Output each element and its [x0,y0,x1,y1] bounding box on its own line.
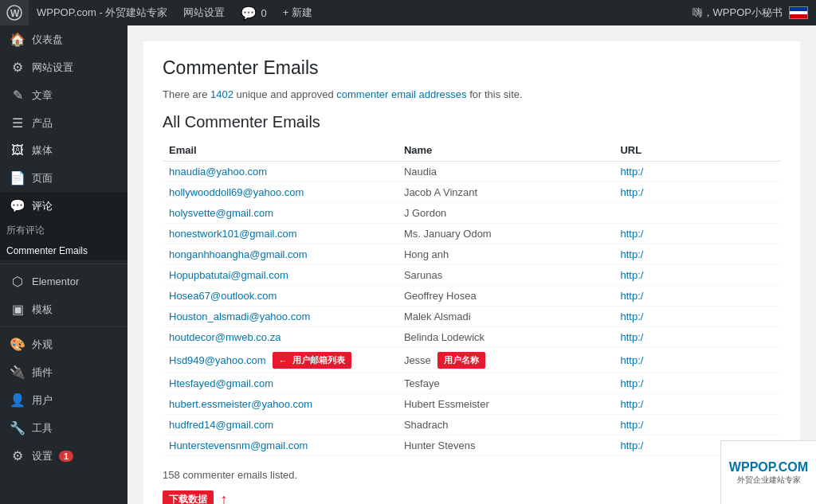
sidebar-item-tools[interactable]: 🔧 工具 [0,414,128,442]
tools-icon: 🔧 [10,420,26,436]
table-cell-name: Tesfaye [398,373,614,394]
table-cell-email: hubert.essmeister@yahoo.com [163,394,398,415]
email-link[interactable]: Htesfayed@gmail.com [169,377,273,389]
email-link[interactable]: Hopupbatutai@gmail.com [169,269,288,281]
table-row: Htesfayed@gmail.comTesfayehttp:/ [163,373,781,394]
commenter-emails-link[interactable]: commenter email addresses [336,88,466,100]
table-row: honestwork101@gmail.comMs. January Odomh… [163,224,781,244]
email-link[interactable]: Houston_alsmadi@yahoo.com [169,311,310,322]
sidebar-item-pages[interactable]: 📄 页面 [0,164,128,192]
table-cell-name: Naudia [398,162,614,182]
table-cell-name: Hunter Stevens [398,436,614,456]
unique-count-link[interactable]: 1402 [210,88,233,100]
email-link[interactable]: Hunterstevensnm@gmail.com [169,440,308,451]
table-cell-url: http:/ [614,415,781,436]
table-cell-name: Hong anh [398,244,614,265]
table-cell-email: Houston_alsmadi@yahoo.com [163,307,398,327]
count-text: 158 commenter emails listed. [163,469,781,481]
table-row: Hosea67@outlook.comGeoffrey Hoseahttp:/ [163,286,781,307]
main-content: Commenter Emails There are 1402 unique a… [128,0,816,504]
media-icon: 🖼 [10,143,26,158]
table-cell-email: honestwork101@gmail.com [163,224,398,244]
email-table: Email Name URL hnaudia@yahoo.comNaudiaht… [163,139,781,456]
settings-icon: ⚙ [10,60,26,75]
sidebar-item-dashboard[interactable]: 🏠 仪表盘 [0,25,128,53]
users-icon: 👤 [10,393,26,408]
new-content-link[interactable]: + 新建 [275,0,320,25]
url-link[interactable]: http:/ [620,311,643,322]
url-link[interactable]: http:/ [620,186,643,198]
table-cell-url: http:/ [614,394,781,415]
info-text: There are 1402 unique and approved comme… [163,88,781,100]
email-list-callout: ←用户邮箱列表 [273,352,351,369]
sidebar-item-appearance[interactable]: 🎨 外观 [0,330,128,358]
table-cell-url: http:/ [614,224,781,244]
dashboard-icon: 🏠 [10,32,26,47]
sidebar-item-elementor[interactable]: ⬡ Elementor [0,268,128,295]
table-cell-url [614,203,781,224]
email-link[interactable]: houtdecor@mweb.co.za [169,331,280,343]
table-cell-email: Hosea67@outlook.com [163,286,398,307]
pages-icon: 📄 [10,170,26,186]
wp-logo[interactable]: W [0,0,29,25]
sidebar-item-templates[interactable]: ▣ 模板 [0,295,128,323]
email-link[interactable]: hollywooddoll69@yahoo.com [169,186,304,198]
url-link[interactable]: http:/ [620,419,643,431]
url-link[interactable]: http:/ [620,331,643,343]
table-cell-url: http:/ [614,182,781,203]
url-link[interactable]: http:/ [620,228,643,240]
sidebar-item-site-settings[interactable]: ⚙ 网站设置 [0,53,128,81]
table-cell-url: http:/ [614,307,781,327]
gear-icon: ⚙ [10,448,26,463]
comments-sidebar-icon: 💬 [10,198,26,213]
admin-bar-right: 嗨，WPPOP小秘书 [692,6,816,20]
url-link[interactable]: http:/ [620,269,643,281]
sidebar-sub-item-all-comments[interactable]: 所有评论 [0,220,128,241]
sidebar-item-plugins[interactable]: 🔌 插件 [0,358,128,386]
site-settings-link[interactable]: 网站设置 [175,0,233,25]
sidebar-item-settings[interactable]: ⚙ 设置 1 [0,442,128,470]
sidebar-item-media[interactable]: 🖼 媒体 [0,137,128,164]
site-name[interactable]: WPPOP.com - 外贸建站专家 [29,0,175,25]
sidebar-item-comments[interactable]: 💬 评论 [0,192,128,220]
email-link[interactable]: hudfred14@gmail.com [169,419,273,431]
email-link[interactable]: honestwork101@gmail.com [169,228,297,240]
table-row: Houston_alsmadi@yahoo.comMalek Alsmadiht… [163,307,781,327]
table-cell-name: Belinda Lodewick [398,327,614,348]
email-link[interactable]: hnaudia@yahoo.com [169,166,267,178]
url-link[interactable]: http:/ [620,248,643,260]
email-link[interactable]: holysvette@gmail.com [169,207,273,219]
sidebar-item-articles[interactable]: ✎ 文章 [0,81,128,109]
table-cell-url: http:/ [614,327,781,348]
email-link[interactable]: Hosea67@outlook.com [169,290,277,302]
url-link[interactable]: http:/ [620,290,643,302]
table-cell-email: houtdecor@mweb.co.za [163,327,398,348]
table-cell-url: http:/ [614,265,781,286]
table-cell-email: holysvette@gmail.com [163,203,398,224]
table-cell-url: http:/ [614,162,781,182]
email-link[interactable]: Hsd949@yahoo.com [169,354,266,366]
url-link[interactable]: http:/ [620,377,643,389]
page-title: Commenter Emails [163,57,781,79]
table-cell-name: Ms. January Odom [398,224,614,244]
table-cell-name: Jesse用户名称 [398,348,614,373]
comments-link[interactable]: 💬 0 [233,0,274,25]
sidebar-item-users[interactable]: 👤 用户 [0,386,128,414]
url-link[interactable]: http:/ [620,398,643,410]
table-cell-url: http:/ [614,373,781,394]
email-link[interactable]: honganhhoangha@gmail.com [169,248,308,260]
col-header-name: Name [398,139,614,162]
table-cell-email: honganhhoangha@gmail.com [163,244,398,265]
table-row: Hopupbatutai@gmail.comSarunashttp:/ [163,265,781,286]
table-cell-name: J Gordon [398,203,614,224]
sidebar-item-products[interactable]: ☰ 产品 [0,109,128,137]
url-link[interactable]: http:/ [620,354,643,366]
sidebar-sub-item-commenter-emails[interactable]: Commenter Emails [0,241,128,260]
sidebar-divider-2 [0,326,128,327]
table-cell-url: http:/ [614,244,781,265]
email-link[interactable]: hubert.essmeister@yahoo.com [169,398,312,410]
url-link[interactable]: http:/ [620,440,643,451]
elementor-icon: ⬡ [10,274,26,289]
col-header-email: Email [163,139,398,162]
url-link[interactable]: http:/ [620,166,643,178]
